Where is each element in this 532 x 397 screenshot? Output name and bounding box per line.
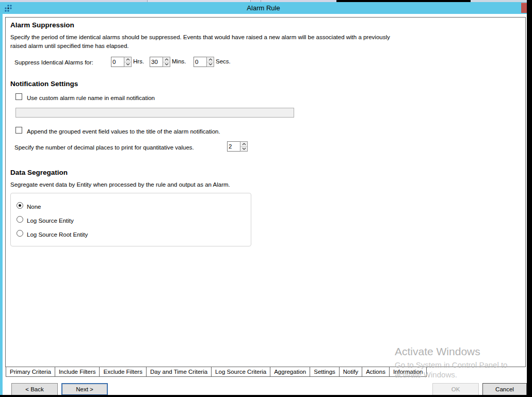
tab-information[interactable]: Information (390, 367, 427, 377)
close-button[interactable] (521, 3, 527, 13)
notification-settings-heading: Notification Settings (10, 80, 78, 88)
custom-name-input (15, 108, 294, 118)
suppress-identical-label: Suppress Identical Alarms for: (14, 58, 93, 67)
append-grouped-label[interactable]: Append the grouped event field values to… (27, 127, 220, 136)
seconds-input[interactable] (194, 57, 206, 67)
radio-log-source-root-entity-label[interactable]: Log Source Root Entity (27, 230, 88, 239)
hours-spin-down-icon[interactable] (124, 62, 131, 67)
hours-unit-label: Hrs. (133, 58, 144, 64)
window-title: Alarm Rule (247, 4, 280, 12)
seconds-spin-up-icon[interactable] (207, 57, 214, 62)
hours-input[interactable] (111, 57, 124, 67)
tab-actions[interactable]: Actions (362, 367, 390, 377)
append-grouped-checkbox[interactable] (15, 127, 22, 134)
minutes-spin-buttons (163, 57, 170, 67)
decimal-places-label: Specify the number of decimal places to … (14, 143, 194, 152)
tab-log-source-criteria[interactable]: Log Source Criteria (212, 367, 270, 377)
data-segregation-heading: Data Segregation (10, 169, 68, 176)
tab-primary-criteria[interactable]: Primary Criteria (6, 367, 55, 377)
tab-include-filters[interactable]: Include Filters (55, 367, 100, 377)
minutes-spinner (150, 57, 170, 67)
radio-log-source-root-entity[interactable] (17, 230, 23, 237)
alarm-suppression-description: Specify the period of time identical ala… (10, 33, 396, 50)
back-button[interactable]: < Back (11, 383, 58, 395)
settings-tab-page (5, 17, 526, 367)
alarm-suppression-heading: Alarm Suppression (10, 21, 74, 29)
tab-notify[interactable]: Notify (340, 367, 362, 377)
app-logo-icon (4, 4, 13, 13)
seconds-spin-down-icon[interactable] (207, 62, 214, 67)
tab-day-and-time-criteria[interactable]: Day and Time Criteria (147, 367, 212, 377)
alarm-rule-dialog: Alarm Rule Alarm Suppression Specify the… (0, 0, 532, 397)
hours-spin-buttons (124, 57, 132, 67)
titlebar: Alarm Rule (0, 2, 527, 14)
seconds-spin-buttons (206, 57, 214, 67)
decimal-spin-down-icon[interactable] (240, 147, 247, 152)
screen-bottom-edge (0, 395, 532, 397)
tab-strip: Primary Criteria Include Filters Exclude… (6, 367, 427, 377)
minutes-unit-label: Mins. (172, 58, 186, 64)
use-custom-name-checkbox[interactable] (15, 93, 22, 100)
decimal-places-spinner (227, 141, 248, 152)
decimal-spin-up-icon[interactable] (240, 142, 247, 147)
ok-button[interactable]: OK (432, 383, 479, 395)
seconds-spinner (194, 57, 214, 67)
next-button[interactable]: Next > (61, 383, 108, 395)
screen-right-edge (527, 0, 532, 397)
radio-log-source-entity[interactable] (17, 216, 23, 223)
use-custom-name-label[interactable]: Use custom alarm rule name in email noti… (27, 94, 155, 103)
tab-aggregation[interactable]: Aggregation (270, 367, 310, 377)
decimal-places-input[interactable] (227, 141, 240, 152)
seconds-unit-label: Secs. (216, 58, 231, 64)
minutes-spin-down-icon[interactable] (163, 62, 170, 67)
tab-settings[interactable]: Settings (310, 367, 340, 377)
tab-exclude-filters[interactable]: Exclude Filters (100, 367, 146, 377)
cancel-button[interactable]: Cancel (482, 383, 527, 395)
decimal-spin-buttons (240, 141, 248, 152)
radio-log-source-entity-label[interactable]: Log Source Entity (27, 217, 74, 225)
minutes-spin-up-icon[interactable] (163, 57, 170, 62)
hours-spinner (111, 57, 132, 67)
minutes-input[interactable] (150, 57, 163, 67)
data-segregation-description: Segregate event data by Entity when proc… (10, 180, 230, 189)
radio-none-label[interactable]: None (27, 203, 41, 211)
hours-spin-up-icon[interactable] (124, 57, 131, 62)
window-left-border (0, 2, 3, 395)
radio-none[interactable] (17, 202, 23, 209)
